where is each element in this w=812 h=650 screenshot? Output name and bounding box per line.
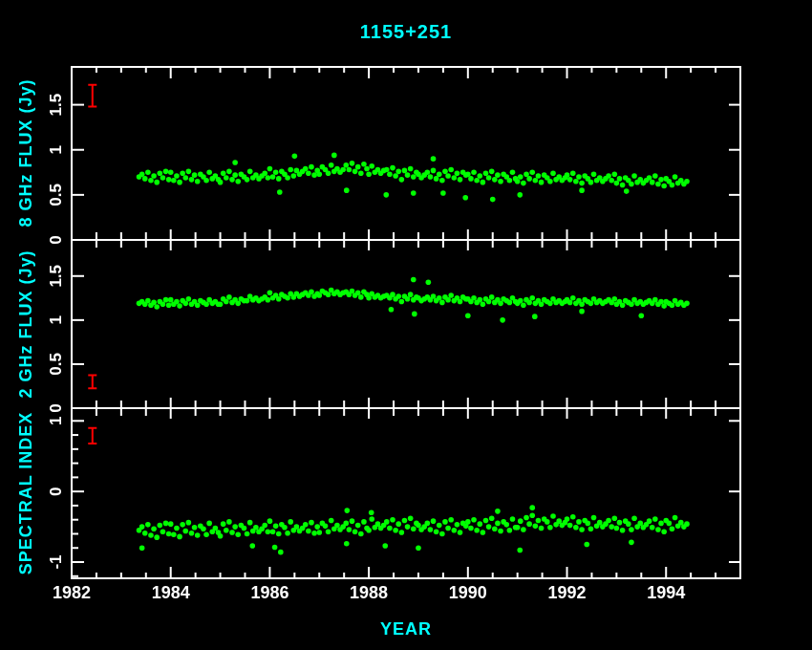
light-curve-figure: 1155+251 8 GHz FLUX (Jy) 2 GHz FLUX (Jy)… <box>0 0 812 650</box>
source-title: 1155+251 <box>360 21 452 43</box>
ylabel-8ghz-flux: 8 GHz FLUX (Jy) <box>16 78 36 227</box>
light-curve-canvas <box>0 0 812 650</box>
xlabel-year: YEAR <box>380 619 432 639</box>
ylabel-2ghz-flux: 2 GHz FLUX (Jy) <box>16 249 36 398</box>
ylabel-spectral-index: SPECTRAL INDEX <box>16 412 36 575</box>
